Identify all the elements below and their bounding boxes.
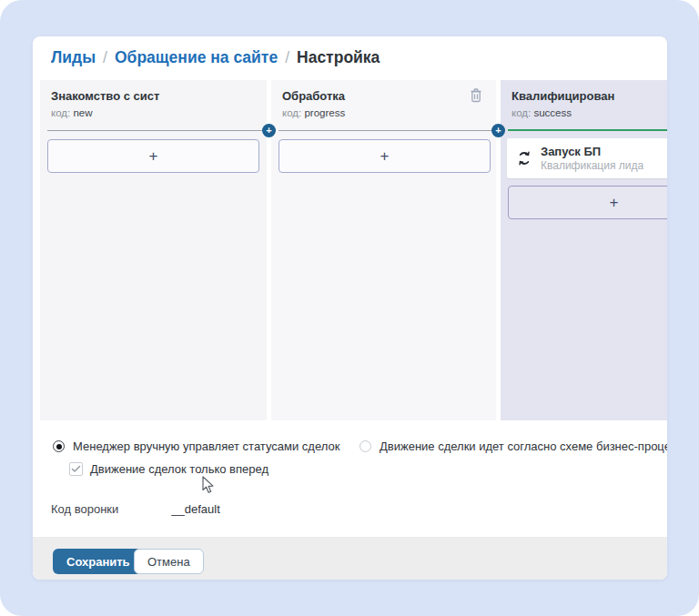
footer-bar: Сохранить Отмена xyxy=(33,537,667,580)
add-robot-button[interactable]: + xyxy=(47,139,259,173)
robot-card-bp[interactable]: Запуск БП Квалификация лида xyxy=(507,138,667,178)
insert-stage-button[interactable]: + xyxy=(491,124,505,137)
radio-unselected-icon[interactable] xyxy=(360,440,371,452)
breadcrumb-link-leads[interactable]: Лиды xyxy=(51,48,96,67)
checkbox-forward-only[interactable]: Движение сделок только вперед xyxy=(69,462,268,476)
stage-code: код: success xyxy=(512,107,572,118)
robot-card-subtitle: Квалификация лида xyxy=(541,159,643,172)
radio-manual-label: Менеджер вручную управляет статусами сде… xyxy=(73,439,339,453)
stage-color-line-green xyxy=(508,129,667,131)
funnel-code-label: Код воронки xyxy=(51,502,118,516)
business-process-icon xyxy=(516,150,532,167)
breadcrumb-link-funnel[interactable]: Обращение на сайте xyxy=(115,48,278,67)
radio-selected-icon[interactable] xyxy=(53,440,65,452)
checkbox-forward-label: Движение сделок только вперед xyxy=(90,462,268,476)
stage-color-line xyxy=(279,130,496,131)
stage-title: Обработка xyxy=(282,89,345,103)
stage-title: Знакомство с сист xyxy=(51,89,159,103)
stage-title: Квалифицирован xyxy=(512,89,614,103)
stage-code: код: progress xyxy=(282,107,345,118)
breadcrumb: Лиды / Обращение на сайте / Настройка xyxy=(51,48,380,67)
breadcrumb-separator: / xyxy=(103,48,107,67)
funnel-code-value[interactable]: __default xyxy=(171,502,220,516)
stage-color-line xyxy=(47,130,267,131)
checkbox-checked-icon[interactable] xyxy=(69,462,83,476)
stage-code: код: new xyxy=(51,107,93,118)
breadcrumb-current-settings: Настройка xyxy=(297,48,380,67)
stage-column-success: Квалифицирован код: success Запуск БП Кв… xyxy=(501,80,667,420)
delete-stage-icon[interactable] xyxy=(469,87,483,104)
robot-card-texts: Запуск БП Квалификация лида xyxy=(541,145,643,172)
insert-stage-button[interactable]: + xyxy=(262,124,276,137)
stage-column-new: Знакомство с сист код: new + xyxy=(40,80,267,420)
radio-business-process[interactable]: Движение сделки идет согласно схеме бизн… xyxy=(360,439,667,453)
save-button[interactable]: Сохранить xyxy=(53,549,144,574)
radio-bp-label: Движение сделки идет согласно схеме бизн… xyxy=(380,439,667,453)
add-robot-button[interactable]: + xyxy=(279,139,491,173)
funnel-code-row: Код воронки __default xyxy=(51,502,220,516)
add-robot-button[interactable]: + xyxy=(508,186,667,219)
stage-column-progress: Обработка код: progress + xyxy=(271,80,496,420)
cancel-button[interactable]: Отмена xyxy=(134,549,204,574)
funnel-settings-panel: Лиды / Обращение на сайте / Настройка Зн… xyxy=(33,36,667,580)
breadcrumb-separator: / xyxy=(285,48,289,67)
page-background: Лиды / Обращение на сайте / Настройка Зн… xyxy=(0,0,699,616)
robot-card-title: Запуск БП xyxy=(541,145,643,158)
radio-manual-status[interactable]: Менеджер вручную управляет статусами сде… xyxy=(53,439,339,453)
stage-board: Знакомство с сист код: new + Обработка к… xyxy=(40,80,667,420)
